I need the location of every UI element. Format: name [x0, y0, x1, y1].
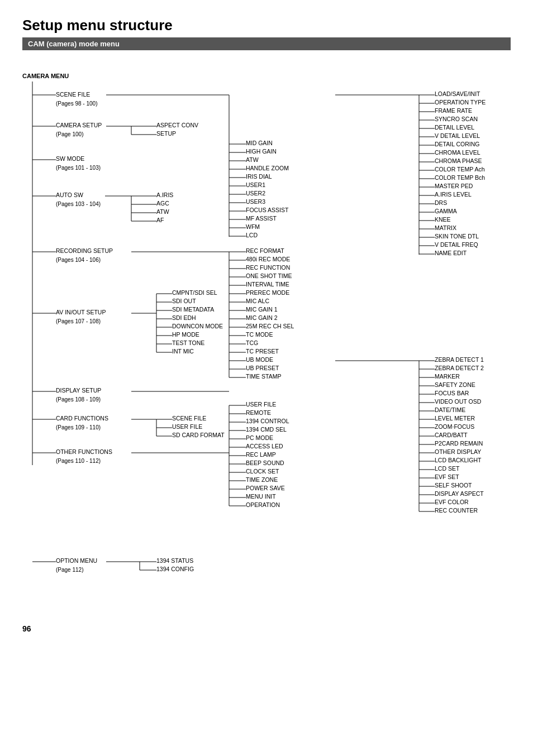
mf-assist: MF ASSIST	[246, 214, 277, 223]
other-functions-label: OTHER FUNCTIONS (Pages 110 - 112)	[56, 448, 112, 465]
card-functions-label: CARD FUNCTIONS (Pages 109 - 110)	[56, 414, 108, 432]
pc-mode: PC MODE	[246, 434, 273, 443]
matrix: MATRIX	[435, 224, 456, 233]
1394-config: 1394 CONFIG	[156, 565, 194, 574]
1394-control: 1394 CONTROL	[246, 417, 289, 426]
master-ped: MASTER PED	[435, 182, 473, 191]
date-time: DATE/TIME	[435, 406, 465, 415]
af-label: AF	[156, 216, 164, 225]
safety-zone: SAFETY ZONE	[435, 381, 475, 390]
time-stamp: TIME STAMP	[246, 372, 281, 381]
menu-init: MENU INIT	[246, 492, 276, 501]
v-detail-level: V DETAIL LEVEL	[435, 132, 480, 141]
chroma-level: CHROMA LEVEL	[435, 149, 480, 157]
section-header: CAM (camera) mode menu	[22, 37, 511, 50]
frame-rate: FRAME RATE	[435, 107, 472, 116]
av-in-out-label: AV IN/OUT SETUP (Pages 107 - 108)	[56, 308, 106, 326]
lcd: LCD	[246, 231, 258, 240]
wfm: WFM	[246, 223, 260, 232]
sdi-metadata: SDI METADATA	[172, 305, 214, 314]
name-edit: NAME EDIT	[435, 249, 467, 258]
user2: USER2	[246, 189, 265, 198]
a-iris-level: A.IRIS LEVEL	[435, 190, 472, 199]
480i-rec-mode: 480i REC MODE	[246, 255, 290, 264]
card-batt: CARD/BATT	[435, 431, 468, 440]
page-title: Setup menu structure	[22, 17, 511, 34]
interval-time: INTERVAL TIME	[246, 280, 289, 289]
setup-label: SETUP	[156, 130, 176, 138]
high-gain: HIGH GAIN	[246, 147, 277, 156]
rec-counter: REC COUNTER	[435, 506, 478, 515]
atw-col3: ATW	[246, 156, 259, 165]
user3: USER3	[246, 198, 265, 207]
evf-color: EVF COLOR	[435, 498, 469, 507]
25m-rec-ch-sel: 25M REC CH SEL	[246, 322, 294, 331]
lcd-backlight: LCD BACKLIGHT	[435, 456, 481, 465]
evf-set: EVF SET	[435, 473, 459, 482]
mid-gain: MID GAIN	[246, 139, 273, 148]
focus-assist: FOCUS ASSIST	[246, 206, 288, 215]
operation: OPERATION	[246, 501, 280, 510]
hp-mode: HP MODE	[172, 331, 199, 339]
marker: MARKER	[435, 372, 460, 381]
color-temp-ach: COLOR TEMP Ach	[435, 165, 484, 174]
card-scene-file: SCENE FILE	[172, 414, 206, 423]
user1: USER1	[246, 181, 265, 190]
skin-tone-dtl: SKIN TONE DTL	[435, 232, 479, 241]
clock-set: CLOCK SET	[246, 467, 279, 476]
one-shot-time: ONE SHOT TIME	[246, 272, 292, 281]
sdi-out: SDI OUT	[172, 297, 196, 306]
tcg: TCG	[246, 339, 258, 348]
self-shoot: SELF SHOOT	[435, 481, 472, 490]
other-display: OTHER DISPLAY	[435, 448, 481, 457]
remote: REMOTE	[246, 409, 271, 418]
aspect-conv-label: ASPECT CONV	[156, 121, 198, 130]
option-menu-label: OPTION MENU (Page 112)	[56, 557, 97, 574]
ub-mode: UB MODE	[246, 356, 273, 365]
zoom-focus: ZOOM·FOCUS	[435, 423, 474, 432]
display-aspect: DISPLAY ASPECT	[435, 490, 484, 499]
gamma: GAMMA	[435, 207, 457, 216]
iris-dial: IRIS DIAL	[246, 173, 272, 181]
auto-sw-label: AUTO SW (Pages 103 - 104)	[56, 191, 101, 208]
downcon-mode: DOWNCON MODE	[172, 322, 223, 331]
rec-format: REC FORMAT	[246, 247, 284, 256]
v-detail-freq: V DETAIL FREQ	[435, 241, 478, 250]
knee: KNEE	[435, 216, 451, 224]
cmpnt-sdi-sel: CMPNT/SDI SEL	[172, 289, 217, 298]
rec-function: REC FUNCTION	[246, 264, 290, 272]
operation-type: OPERATION TYPE	[435, 98, 486, 107]
time-zone: TIME ZONE	[246, 476, 278, 485]
focus-bar: FOCUS BAR	[435, 389, 469, 398]
access-led: ACCESS LED	[246, 442, 283, 451]
p2card-remain: P2CARD REMAIN	[435, 439, 483, 448]
1394-cmd-sel: 1394 CMD SEL	[246, 425, 287, 434]
tc-mode: TC MODE	[246, 331, 273, 339]
mic-gain-2: MIC GAIN 2	[246, 314, 278, 323]
syncro-scan: SYNCRO SCAN	[435, 115, 478, 124]
zebra-detect-1: ZEBRA DETECT 1	[435, 356, 484, 365]
1394-status: 1394 STATUS	[156, 557, 193, 566]
sdi-edh: SDI EDH	[172, 314, 196, 323]
camera-menu-label: CAMERA MENU	[22, 71, 69, 81]
user-file-col3: USER FILE	[246, 400, 276, 409]
rec-lamp: REC LAMP	[246, 451, 276, 460]
ub-preset: UB PRESET	[246, 364, 279, 373]
int-mic: INT MIC	[172, 347, 194, 356]
chroma-phase: CHROMA PHASE	[435, 157, 482, 166]
lcd-set: LCD SET	[435, 465, 459, 473]
beep-sound: BEEP SOUND	[246, 459, 284, 468]
display-setup-label: DISPLAY SETUP (Pages 108 - 109)	[56, 386, 101, 404]
sw-mode-label: SW MODE (Pages 101 - 103)	[56, 155, 101, 172]
tc-preset: TC PRESET	[246, 347, 279, 356]
color-temp-bch: COLOR TEMP Bch	[435, 174, 485, 183]
mic-alc: MIC ALC	[246, 297, 269, 306]
prerec-mode: PREREC MODE	[246, 289, 289, 298]
detail-level: DETAIL LEVEL	[435, 123, 474, 132]
video-out-osd: VIDEO OUT OSD	[435, 398, 481, 406]
scene-file-label: SCENE FILE (Pages 98 - 100)	[56, 90, 98, 108]
zebra-detect-2: ZEBRA DETECT 2	[435, 364, 484, 373]
camera-setup-label: CAMERA SETUP (Page 100)	[56, 121, 102, 138]
power-save: POWER SAVE	[246, 484, 285, 493]
a-iris-label: A.IRIS	[156, 191, 173, 200]
